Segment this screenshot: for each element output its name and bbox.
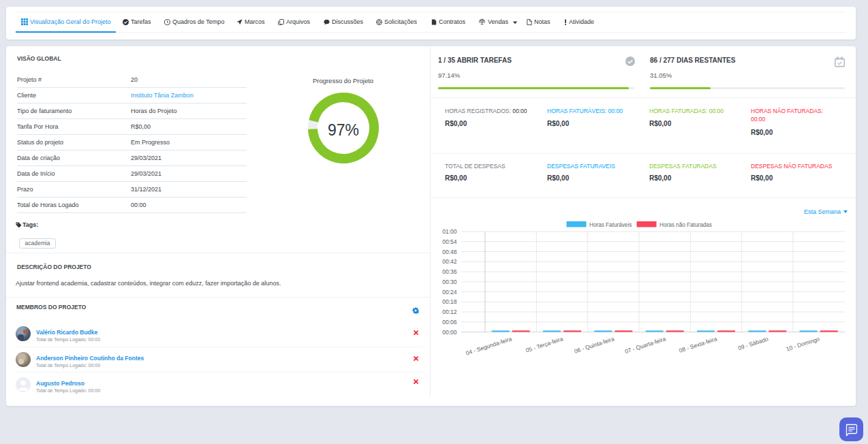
svg-text:00:48: 00:48 (442, 249, 457, 255)
svg-text:08 - Sexta-feira: 08 - Sexta-feira (678, 335, 718, 354)
svg-text:00:36: 00:36 (442, 268, 457, 275)
svg-text:00:42: 00:42 (442, 258, 457, 265)
svg-text:01:00: 01:00 (442, 228, 457, 235)
svg-text:00:00: 00:00 (442, 329, 457, 336)
svg-text:00:24: 00:24 (442, 289, 457, 296)
svg-text:07 - Quarta-feira: 07 - Quarta-feira (624, 335, 667, 355)
svg-text:97%: 97% (328, 121, 359, 139)
svg-text:00:12: 00:12 (442, 308, 457, 315)
svg-text:06 - Quinta-feira: 06 - Quinta-feira (573, 335, 615, 355)
svg-text:00:30: 00:30 (442, 279, 457, 285)
svg-text:00:06: 00:06 (442, 319, 457, 326)
svg-text:Horas Faturáveis: Horas Faturáveis (589, 222, 632, 228)
svg-text:05 - Terça-feira: 05 - Terça-feira (525, 335, 564, 353)
svg-text:09 - Sábado: 09 - Sábado (737, 335, 769, 351)
svg-text:04 - Segunda-feira: 04 - Segunda-feira (465, 335, 512, 356)
svg-text:10 - Domingo: 10 - Domingo (786, 335, 821, 352)
svg-text:00:18: 00:18 (442, 298, 457, 305)
svg-text:00:54: 00:54 (442, 238, 457, 245)
svg-text:Horas não Faturadas: Horas não Faturadas (660, 222, 712, 228)
